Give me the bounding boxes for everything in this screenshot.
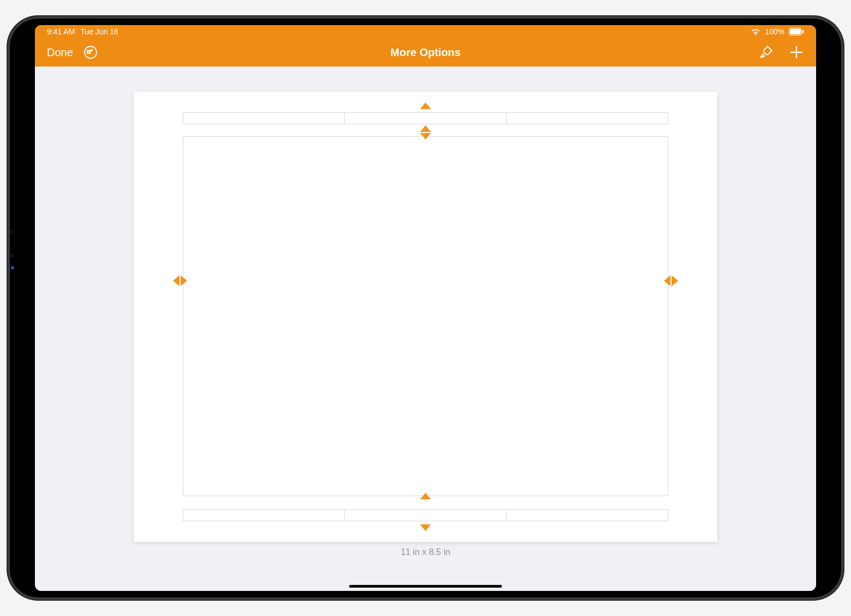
add-button[interactable] bbox=[789, 45, 804, 60]
left-margin-handle-inner-right[interactable] bbox=[181, 275, 187, 286]
status-battery-percent: 100% bbox=[765, 27, 784, 36]
ipad-bezel: 9:41 AM Tue Jun 16 100% Done bbox=[8, 16, 843, 600]
format-brush-button[interactable] bbox=[758, 45, 774, 60]
camera-dot bbox=[10, 229, 15, 234]
toolbar: Done More Options bbox=[35, 38, 816, 67]
wifi-icon bbox=[751, 28, 760, 35]
led-dot bbox=[11, 266, 14, 269]
status-time: 9:41 AM bbox=[47, 27, 75, 36]
right-margin-handle-inner-left[interactable] bbox=[664, 275, 670, 286]
footer-fields[interactable] bbox=[183, 509, 668, 521]
ipad-device-frame: 9:41 AM Tue Jun 16 100% Done bbox=[0, 0, 851, 616]
svg-rect-1 bbox=[790, 29, 801, 34]
right-margin-handle-inner-right[interactable] bbox=[672, 275, 678, 286]
status-date: Tue Jun 16 bbox=[80, 27, 118, 36]
svg-rect-2 bbox=[802, 30, 804, 33]
screen: 9:41 AM Tue Jun 16 100% Done bbox=[35, 25, 816, 591]
footer-center-cell[interactable] bbox=[345, 509, 506, 521]
sensor-dot bbox=[10, 253, 14, 258]
header-left-cell[interactable] bbox=[183, 112, 345, 124]
bottom-margin-handle-inner-up[interactable] bbox=[420, 493, 431, 499]
top-margin-handle-inner-down[interactable] bbox=[420, 133, 431, 140]
header-right-cell[interactable] bbox=[507, 112, 668, 124]
undo-button[interactable] bbox=[83, 45, 98, 60]
done-button[interactable]: Done bbox=[47, 46, 73, 59]
canvas-area: 11 in x 8.5 in bbox=[35, 67, 816, 591]
bottom-margin-handle-outer[interactable] bbox=[420, 524, 431, 531]
header-center-cell[interactable] bbox=[345, 112, 506, 124]
svg-point-3 bbox=[85, 46, 97, 58]
page-title: More Options bbox=[35, 46, 816, 59]
home-indicator[interactable] bbox=[349, 585, 502, 588]
content-margin-box[interactable] bbox=[183, 136, 668, 496]
battery-icon bbox=[789, 28, 804, 35]
header-fields[interactable] bbox=[183, 112, 668, 124]
top-margin-handle-inner-up[interactable] bbox=[420, 125, 431, 132]
footer-right-cell[interactable] bbox=[507, 509, 668, 521]
top-margin-handle-outer[interactable] bbox=[420, 102, 431, 109]
page-dimensions-label: 11 in x 8.5 in bbox=[401, 547, 451, 557]
left-margin-handle-inner-left[interactable] bbox=[173, 275, 179, 286]
status-bar: 9:41 AM Tue Jun 16 100% bbox=[35, 25, 816, 38]
footer-left-cell[interactable] bbox=[183, 509, 345, 521]
document-page[interactable] bbox=[134, 92, 717, 542]
